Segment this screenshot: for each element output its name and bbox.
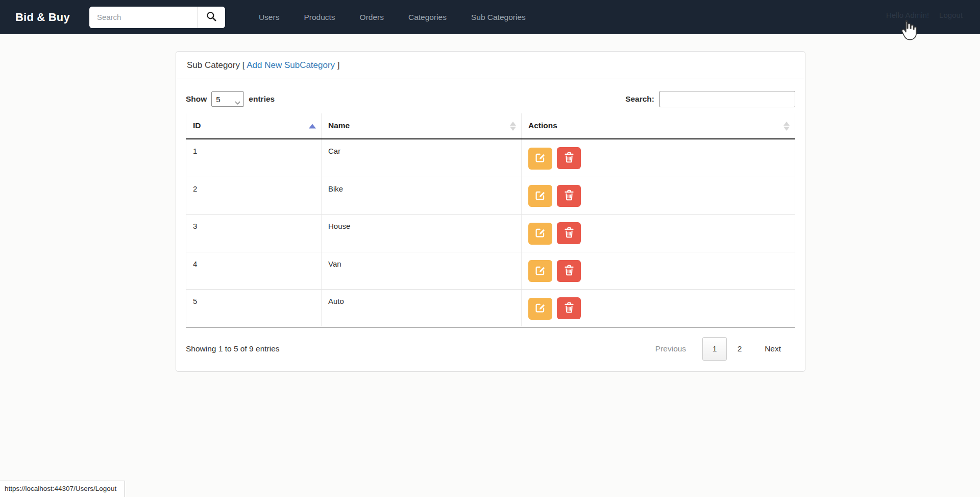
edit-button[interactable]: [528, 185, 552, 207]
delete-button[interactable]: [557, 185, 581, 207]
navbar: Bid & Buy UsersProductsOrdersCategoriesS…: [0, 0, 980, 34]
delete-button[interactable]: [557, 260, 581, 282]
sort-asc-icon: [309, 124, 316, 128]
cell-name: Auto: [322, 290, 522, 327]
cell-id: 2: [186, 177, 322, 215]
cell-actions: [522, 139, 795, 177]
delete-button[interactable]: [557, 297, 581, 319]
cell-name: Van: [322, 252, 522, 290]
sort-both-icon: [783, 122, 790, 131]
cell-id: 5: [186, 290, 322, 327]
cell-name: Bike: [322, 177, 522, 215]
nav-item-orders[interactable]: Orders: [348, 13, 396, 22]
column-header-name[interactable]: Name: [322, 113, 522, 139]
mouse-cursor-hand: [900, 19, 917, 44]
panel-title: Sub Category [ Add New SubCategory ]: [176, 52, 805, 79]
cell-id: 1: [186, 139, 322, 177]
table-row: 3House: [186, 215, 795, 252]
table-footer: Showing 1 to 5 of 9 entries Previous 12 …: [186, 337, 795, 361]
entries-select[interactable]: 5: [211, 91, 244, 107]
navbar-search-form: [89, 7, 225, 28]
pagination-next[interactable]: Next: [750, 344, 795, 353]
nav-item-users[interactable]: Users: [247, 13, 291, 22]
panel-body: Show 5 entries Search: IDNameActions 1Ca…: [176, 79, 805, 371]
edit-icon: [535, 152, 546, 164]
cell-actions: [522, 252, 795, 290]
nav-item-categories[interactable]: Categories: [396, 13, 459, 22]
pagination-page-2[interactable]: 2: [731, 337, 748, 361]
pagination: Previous 12 Next: [641, 337, 795, 361]
edit-icon: [535, 302, 546, 315]
table-row: 5Auto: [186, 290, 795, 327]
search-icon: [206, 11, 217, 23]
entries-label-after: entries: [249, 94, 275, 104]
greeting-text: Hello Admin!: [886, 11, 929, 19]
entries-info: Showing 1 to 5 of 9 entries: [186, 344, 280, 353]
subcategory-panel: Sub Category [ Add New SubCategory ] Sho…: [176, 51, 805, 372]
edit-button[interactable]: [528, 298, 552, 320]
entries-select-wrap: 5: [211, 91, 244, 107]
entries-label-before: Show: [186, 94, 207, 104]
trash-icon: [564, 302, 574, 315]
table-row: 2Bike: [186, 177, 795, 215]
status-bar-link-preview: https://localhost:44307/Users/Logout: [0, 481, 125, 497]
trash-icon: [564, 227, 574, 240]
nav-right: Hello Admin!Logout: [886, 11, 963, 19]
add-new-subcategory-link[interactable]: Add New SubCategory: [247, 60, 335, 70]
sort-both-icon: [510, 122, 516, 131]
trash-icon: [564, 152, 574, 164]
nav-item-products[interactable]: Products: [291, 13, 347, 22]
delete-button[interactable]: [557, 147, 581, 169]
trash-icon: [564, 190, 574, 202]
table-body: 1Car2Bike3House4Van5Auto: [186, 139, 795, 327]
cell-id: 3: [186, 215, 322, 252]
edit-icon: [535, 227, 546, 240]
cell-actions: [522, 290, 795, 327]
edit-button[interactable]: [528, 148, 552, 170]
column-label: Actions: [528, 121, 557, 130]
table-row: 4Van: [186, 252, 795, 290]
brand-logo[interactable]: Bid & Buy: [15, 11, 70, 24]
cell-id: 4: [186, 252, 322, 290]
navbar-search-input[interactable]: [89, 7, 198, 28]
column-header-actions[interactable]: Actions: [522, 113, 795, 139]
table-search-label: Search:: [625, 94, 654, 104]
column-label: Name: [328, 121, 350, 130]
nav-item-sub-categories[interactable]: Sub Categories: [459, 13, 538, 22]
logout-link[interactable]: Logout: [939, 11, 963, 19]
panel-title-suffix: ]: [335, 60, 339, 70]
table-controls: Show 5 entries Search:: [186, 91, 795, 107]
table-header-row: IDNameActions: [186, 113, 795, 139]
edit-icon: [535, 265, 546, 277]
pagination-page-1[interactable]: 1: [702, 337, 727, 361]
cell-name: House: [322, 215, 522, 252]
cell-actions: [522, 177, 795, 215]
entries-length-control: Show 5 entries: [186, 91, 275, 107]
column-header-id[interactable]: ID: [186, 113, 322, 139]
pagination-pages: 12: [700, 337, 750, 361]
delete-button[interactable]: [557, 222, 581, 244]
table-search-input[interactable]: [659, 91, 795, 107]
nav-links: UsersProductsOrdersCategoriesSub Categor…: [247, 0, 538, 34]
panel-title-prefix: Sub Category [: [187, 60, 247, 70]
trash-icon: [564, 265, 574, 277]
edit-button[interactable]: [528, 223, 552, 245]
cell-actions: [522, 215, 795, 252]
column-label: ID: [193, 121, 201, 130]
edit-icon: [535, 190, 546, 202]
navbar-search-button[interactable]: [198, 7, 225, 28]
subcategory-table: IDNameActions 1Car2Bike3House4Van5Auto: [186, 113, 795, 327]
cell-name: Car: [322, 139, 522, 177]
edit-button[interactable]: [528, 260, 552, 282]
table-search-control: Search:: [625, 91, 795, 107]
pagination-previous[interactable]: Previous: [641, 344, 700, 353]
table-row: 1Car: [186, 139, 795, 177]
